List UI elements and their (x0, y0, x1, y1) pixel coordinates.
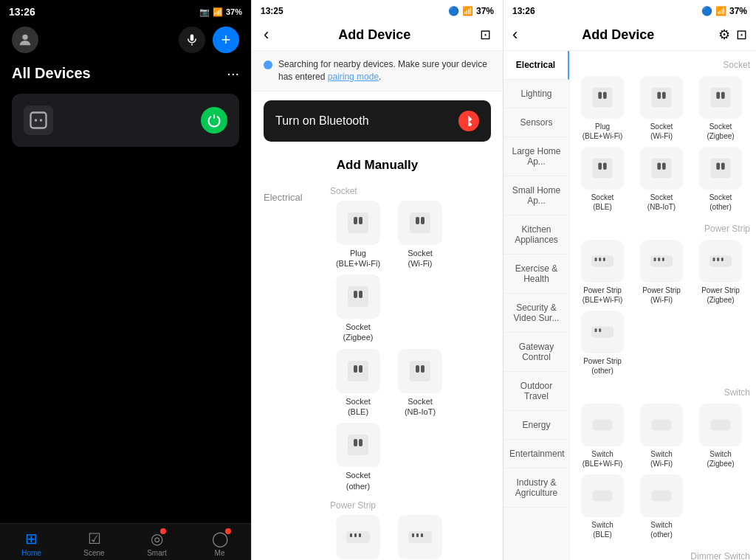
list-item[interactable]: Power Strip(Wi-Fi) (635, 240, 688, 305)
sidebar-item-sensors[interactable]: Sensors (504, 108, 569, 137)
sidebar-item-kitchen[interactable]: Kitchen Appliances (504, 215, 569, 255)
p3-device-label: Power Strip(BLE+Wi-Fi) (583, 286, 623, 305)
avatar[interactable] (12, 27, 38, 53)
bottom-nav: ⊞ Home ☑ Scene ◎ Smart ◯ Me (0, 523, 251, 560)
sidebar-item-security[interactable]: Security & Video Sur... (504, 294, 569, 333)
sidebar-item-electrical[interactable]: Electrical (504, 51, 569, 80)
device-card[interactable] (12, 94, 239, 147)
svg-rect-72 (595, 328, 597, 332)
back-button-p2[interactable]: ‹ (264, 25, 269, 44)
list-item[interactable]: Power Strip(other) (576, 311, 629, 376)
svg-rect-26 (354, 533, 357, 537)
list-item[interactable]: Power Strip(BLE+Wi-Fi) (330, 515, 386, 560)
svg-rect-51 (598, 162, 602, 169)
bluetooth-toggle-btn[interactable] (458, 111, 479, 131)
settings-icon[interactable]: ⚙ (718, 27, 730, 43)
p3-sidebar: Electrical Lighting Sensors Large Home A… (504, 51, 570, 560)
list-item[interactable]: Plug(BLE+Wi-Fi) (576, 76, 629, 141)
sidebar-item-gateway[interactable]: Gateway Control (504, 333, 569, 372)
p3-switch-wifi (640, 404, 683, 446)
svg-rect-57 (716, 162, 720, 169)
me-badge (225, 528, 231, 534)
powerstrip-wifi-icon (398, 515, 442, 559)
back-button-p3[interactable]: ‹ (512, 25, 518, 44)
expand-icon[interactable]: ⊡ (736, 27, 747, 43)
sidebar-item-lighting[interactable]: Lighting (504, 80, 569, 108)
svg-rect-48 (716, 91, 720, 98)
list-item[interactable]: Switch(Wi-Fi) (635, 404, 688, 469)
sidebar-item-large-home[interactable]: Large Home Ap... (504, 137, 569, 176)
wifi-icon: 📶 (462, 6, 473, 16)
list-item[interactable]: Socket(other) (694, 147, 747, 212)
list-item[interactable]: Switch(Zigbee) (694, 404, 747, 469)
list-item[interactable]: Switch(other) (635, 474, 688, 539)
scene-icon: ☑ (88, 530, 101, 547)
sidebar-item-small-home[interactable]: Small Home Ap... (504, 176, 569, 215)
list-item[interactable]: Socket(Zigbee) (694, 76, 747, 141)
smart-badge (160, 528, 166, 534)
p3-device-label: Switch(BLE+Wi-Fi) (583, 449, 623, 469)
p3-device-label: Switch(Wi-Fi) (650, 449, 673, 469)
svg-rect-69 (717, 257, 719, 261)
p3-section-switch: Switch (576, 384, 750, 404)
list-item[interactable]: Socket(Wi-Fi) (392, 201, 448, 269)
list-item[interactable]: Socket(other) (330, 423, 386, 491)
more-menu-button[interactable]: ··· (227, 65, 239, 82)
socket-nbiot-icon (398, 349, 442, 393)
list-item[interactable]: Socket(Zigbee) (330, 274, 386, 343)
svg-rect-66 (662, 257, 664, 261)
list-item[interactable]: Socket(NB-IoT) (635, 147, 688, 212)
svg-rect-71 (591, 326, 614, 337)
mic-button[interactable] (179, 27, 205, 53)
svg-rect-13 (354, 291, 357, 298)
list-item[interactable]: Power Strip(BLE+Wi-Fi) (576, 240, 629, 305)
sidebar-item-energy[interactable]: Energy (504, 411, 569, 440)
socket-ble-icon (336, 349, 380, 393)
bluetooth-banner-text: Turn on Bluetooth (275, 114, 369, 128)
svg-rect-28 (408, 531, 432, 543)
p3-header-actions: ⚙ ⊡ (718, 27, 747, 43)
p3-socket-grid: Plug(BLE+Wi-Fi) Socket(Wi-Fi) Socket(Zig… (576, 76, 750, 212)
notice-text: Searching for nearby devices. Make sure … (278, 58, 491, 83)
add-device-button[interactable]: + (213, 27, 239, 53)
sidebar-item-outdoor[interactable]: Outdoor Travel (504, 372, 569, 411)
power-button[interactable] (201, 107, 227, 134)
list-item[interactable]: Power Strip(Zigbee) (694, 240, 747, 305)
status-bar-p1: 13:26 📷 📶 37% (0, 0, 251, 21)
p3-device-label: Switch(other) (650, 520, 672, 539)
svg-rect-3 (31, 113, 47, 128)
svg-rect-41 (593, 88, 612, 107)
svg-rect-7 (354, 217, 357, 224)
list-item[interactable]: Socket(BLE) (576, 147, 629, 212)
nav-smart[interactable]: ◎ Smart (126, 524, 188, 560)
svg-rect-29 (412, 533, 414, 537)
list-item[interactable]: Socket(BLE) (330, 349, 386, 418)
p3-body: Electrical Lighting Sensors Large Home A… (504, 51, 756, 560)
p2-title: Add Device (338, 27, 410, 43)
list-item[interactable]: Switch(BLE+Wi-Fi) (576, 404, 629, 469)
svg-rect-75 (652, 419, 671, 430)
battery-p3: 37% (729, 6, 747, 16)
sidebar-item-entertainment[interactable]: Entertainment (504, 440, 569, 469)
p3-socket-other (699, 147, 742, 190)
svg-rect-46 (662, 91, 666, 98)
list-item[interactable]: Socket(Wi-Fi) (635, 76, 688, 141)
list-item[interactable]: Plug(BLE+Wi-Fi) (330, 201, 386, 269)
list-item[interactable]: Switch(BLE) (576, 474, 629, 539)
notice-dot (264, 61, 272, 69)
sidebar-item-industry[interactable]: Industry & Agriculture (504, 469, 569, 508)
nav-scene[interactable]: ☑ Scene (63, 524, 126, 560)
expand-button-p2[interactable]: ⊡ (480, 27, 491, 43)
nav-me[interactable]: ◯ Me (188, 524, 251, 560)
svg-rect-47 (711, 88, 730, 107)
pairing-mode-link[interactable]: pairing mode (328, 72, 379, 82)
list-item[interactable]: Power Strip(Wi-Fi) (392, 515, 448, 560)
list-item[interactable]: Socket(NB-IoT) (392, 349, 448, 418)
svg-rect-50 (593, 159, 612, 178)
bluetooth-banner[interactable]: Turn on Bluetooth (264, 100, 491, 142)
home-icon: ⊞ (25, 530, 38, 547)
sidebar-item-exercise[interactable]: Exercise & Health (504, 255, 569, 294)
nav-home[interactable]: ⊞ Home (0, 524, 63, 560)
svg-point-5 (40, 119, 43, 122)
panel-all-devices: 13:26 📷 📶 37% + All Devices ··· ⊞ (0, 0, 251, 560)
